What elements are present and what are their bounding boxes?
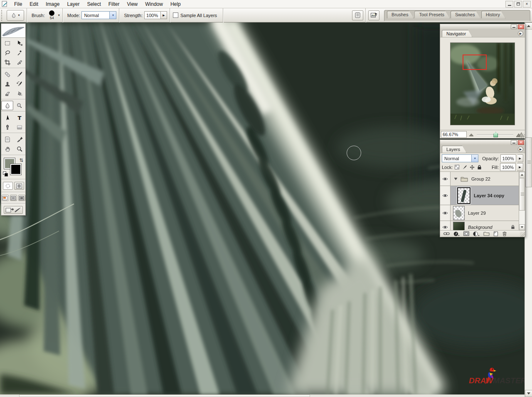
- scroll-thumb[interactable]: [519, 178, 525, 211]
- palette-menu-button[interactable]: ▶: [518, 31, 523, 36]
- standard-mode-button[interactable]: [3, 182, 13, 190]
- navigator-zoom-input[interactable]: 66.67%: [441, 131, 467, 138]
- close-button[interactable]: ×: [523, 1, 531, 7]
- scroll-up-button[interactable]: [525, 22, 532, 30]
- link-layers-button[interactable]: [443, 232, 450, 236]
- opacity-slider-button[interactable]: ▶: [517, 154, 523, 162]
- strength-slider-button[interactable]: ▶: [161, 11, 167, 19]
- tool-brush[interactable]: [13, 69, 25, 79]
- toggle-brushes-palette-button[interactable]: [352, 10, 363, 20]
- menu-layer[interactable]: Layer: [63, 0, 83, 8]
- adjustment-layer-button[interactable]: [473, 231, 480, 236]
- menu-help[interactable]: Help: [167, 0, 185, 8]
- tool-slice[interactable]: [13, 57, 25, 67]
- tool-eraser[interactable]: [1, 89, 13, 98]
- tool-path-selection[interactable]: [1, 113, 13, 122]
- blend-mode-select[interactable]: Normal ▾: [442, 154, 478, 162]
- tool-pen[interactable]: [1, 122, 13, 132]
- slider-thumb[interactable]: [493, 132, 498, 137]
- tool-clone-stamp[interactable]: [1, 79, 13, 89]
- quick-mask-mode-button[interactable]: [14, 182, 24, 190]
- tool-shape[interactable]: [13, 122, 25, 132]
- menu-image[interactable]: Image: [42, 0, 63, 8]
- default-colors-icon[interactable]: [3, 171, 8, 177]
- new-layer-button[interactable]: [493, 231, 498, 236]
- visibility-toggle[interactable]: [440, 186, 451, 205]
- palette-minimize-button[interactable]: [511, 25, 517, 29]
- menu-view[interactable]: View: [123, 0, 141, 8]
- scroll-down-button[interactable]: [525, 390, 532, 397]
- fill-slider-button[interactable]: ▶: [517, 163, 523, 171]
- palette-menu-button[interactable]: ▶: [518, 146, 523, 152]
- layer-thumbnail[interactable]: [457, 187, 470, 204]
- layer-row-layer-34-copy[interactable]: Layer 34 copy: [440, 186, 525, 205]
- tool-crop[interactable]: [1, 57, 13, 67]
- navigator-titlebar[interactable]: ×: [440, 24, 525, 30]
- palette-minimize-button[interactable]: [511, 140, 517, 145]
- background-color-swatch[interactable]: [10, 164, 21, 175]
- lock-image-button[interactable]: [461, 164, 468, 170]
- tab-swatches[interactable]: Swatches: [451, 11, 480, 18]
- opacity-input[interactable]: 100%: [500, 154, 516, 162]
- tool-lasso[interactable]: [1, 48, 13, 57]
- resize-grip[interactable]: [520, 134, 525, 139]
- canvas-vertical-scrollbar[interactable]: [525, 22, 532, 397]
- tool-hand[interactable]: [1, 144, 13, 154]
- navigator-thumbnail[interactable]: [450, 42, 515, 125]
- tool-rectangular-marquee[interactable]: [1, 38, 13, 48]
- new-group-button[interactable]: [483, 231, 490, 236]
- strength-input[interactable]: 100%: [144, 11, 161, 19]
- lock-transparency-button[interactable]: [454, 164, 460, 170]
- standard-screen-mode-button[interactable]: [2, 195, 9, 201]
- layer-thumbnail[interactable]: [453, 222, 465, 231]
- fullscreen-mode-button[interactable]: [18, 195, 25, 201]
- canvas-horizontal-scrollbar[interactable]: [0, 395, 525, 397]
- combo-arrow-icon[interactable]: ▾: [471, 155, 478, 162]
- layer-name[interactable]: Layer 34 copy: [474, 193, 504, 198]
- tool-notes[interactable]: [1, 134, 13, 144]
- options-bar-grip[interactable]: [1, 10, 3, 21]
- tool-move[interactable]: [13, 38, 25, 48]
- zoom-out-icon[interactable]: [468, 132, 474, 136]
- tab-tool-presets[interactable]: Tool Presets: [414, 11, 450, 18]
- tool-eyedropper[interactable]: [13, 134, 25, 144]
- menu-edit[interactable]: Edit: [26, 0, 42, 8]
- layer-row-layer-29[interactable]: Layer 29: [440, 205, 525, 221]
- delete-layer-button[interactable]: [502, 231, 507, 236]
- visibility-toggle[interactable]: [440, 205, 451, 221]
- fullscreen-menubar-mode-button[interactable]: [10, 195, 17, 201]
- visibility-toggle[interactable]: [440, 221, 451, 230]
- lock-position-button[interactable]: [469, 164, 475, 170]
- layer-row-group-22[interactable]: Group 22: [440, 172, 525, 186]
- scroll-up-button[interactable]: [519, 172, 525, 178]
- tool-zoom[interactable]: [13, 144, 25, 154]
- combo-arrow-icon[interactable]: ▾: [109, 12, 116, 19]
- tool-blur[interactable]: [1, 101, 13, 110]
- horizontal-scroll-thumb[interactable]: [19, 395, 310, 397]
- add-layer-mask-button[interactable]: [463, 231, 469, 236]
- menu-file[interactable]: File: [10, 0, 26, 8]
- expand-triangle-icon[interactable]: [454, 177, 458, 181]
- scroll-down-button[interactable]: [519, 224, 525, 230]
- vertical-scroll-thumb[interactable]: [525, 137, 532, 187]
- menu-filter[interactable]: Filter: [105, 0, 123, 8]
- go-to-bridge-button[interactable]: [368, 10, 379, 20]
- brush-dropdown-arrow-icon[interactable]: ▾: [58, 13, 60, 17]
- layer-name[interactable]: Group 22: [471, 176, 490, 181]
- tab-layers[interactable]: Layers: [442, 146, 466, 153]
- palette-close-button[interactable]: ×: [518, 140, 524, 145]
- tab-history[interactable]: History: [481, 11, 505, 18]
- navigator-view-rectangle[interactable]: [463, 55, 487, 70]
- swap-colors-icon[interactable]: ⇄: [19, 158, 24, 162]
- toolbox-header[interactable]: [1, 24, 25, 38]
- resize-grip[interactable]: [520, 232, 525, 237]
- menu-window[interactable]: Window: [141, 0, 167, 8]
- palette-close-button[interactable]: ×: [518, 25, 524, 29]
- sample-all-layers-checkbox[interactable]: [173, 12, 178, 18]
- layer-name[interactable]: Layer 29: [468, 211, 486, 216]
- tool-magic-wand[interactable]: [13, 48, 25, 57]
- layer-name[interactable]: Background: [468, 225, 493, 230]
- tab-navigator[interactable]: Navigator: [442, 30, 472, 37]
- lock-all-button[interactable]: [476, 164, 483, 170]
- layers-scrollbar[interactable]: [519, 172, 525, 230]
